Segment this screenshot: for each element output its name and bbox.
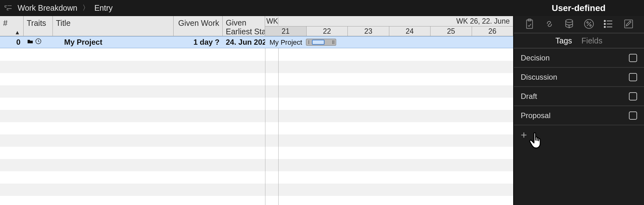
tag-row-proposal[interactable]: Proposal <box>514 106 644 125</box>
tag-checkbox[interactable] <box>629 54 637 62</box>
top-toolbar: Work Breakdown 〉 Entry User-defined <box>0 0 644 16</box>
plus-icon: + <box>521 129 527 141</box>
column-header-title[interactable]: Title <box>53 16 174 36</box>
row-given-work[interactable]: 1 day ? <box>174 38 223 47</box>
week-25-header: WK <box>265 17 278 26</box>
row-traits <box>24 38 53 47</box>
outline-row-project[interactable]: 0 My Project 1 day ? 24. Jun 2020 My Pro… <box>0 36 513 48</box>
list-icon[interactable] <box>603 18 615 31</box>
percent-icon[interactable] <box>583 18 595 31</box>
inspector-title: User-defined <box>513 0 644 16</box>
tag-row-draft[interactable]: Draft <box>514 87 644 106</box>
column-header-number[interactable]: #▲ <box>0 16 24 36</box>
tag-checkbox[interactable] <box>629 92 637 100</box>
gantt-bar-label: My Project <box>269 38 302 47</box>
svg-rect-11 <box>625 20 632 28</box>
day-header[interactable]: 26 <box>472 26 513 36</box>
gantt-timeline-header[interactable]: WK WK 26, 22. June 21 22 23 24 25 26 <box>265 16 513 36</box>
folder-icon <box>27 38 34 47</box>
column-header-given-start[interactable]: Given Earliest Star <box>223 16 265 36</box>
day-header[interactable]: 25 <box>430 26 472 36</box>
column-header-given-work[interactable]: Given Work <box>174 16 223 36</box>
add-tag-button[interactable]: + <box>514 125 644 144</box>
inspector-tabs: Tags Fields <box>514 33 644 48</box>
note-icon[interactable] <box>623 18 635 31</box>
tag-row-discussion[interactable]: Discussion <box>514 68 644 87</box>
tag-checkbox[interactable] <box>629 73 637 81</box>
row-title[interactable]: My Project <box>53 38 174 47</box>
outline-pane: #▲ Traits Title Given Work Given Earlies… <box>0 16 513 205</box>
clock-icon <box>35 38 42 47</box>
chevron-right-icon: 〉 <box>82 3 89 13</box>
svg-point-10 <box>604 26 605 27</box>
day-header[interactable]: 22 <box>307 26 348 36</box>
tag-checkbox[interactable] <box>629 111 637 120</box>
tab-tags[interactable]: Tags <box>555 36 572 45</box>
row-gantt[interactable]: My Project <box>265 37 513 48</box>
tag-label: Draft <box>521 92 629 101</box>
week-26-header: WK 26, 22. June <box>278 17 513 26</box>
row-given-start[interactable]: 24. Jun 2020 <box>223 38 265 47</box>
hierarchy-icon <box>4 3 13 12</box>
svg-point-3 <box>565 19 572 22</box>
clipboard-icon[interactable] <box>524 18 536 31</box>
inspector-toolbar: $ <box>514 16 644 33</box>
breadcrumb-current[interactable]: Entry <box>94 3 113 13</box>
column-headers: #▲ Traits Title Given Work Given Earlies… <box>0 16 513 36</box>
svg-point-9 <box>604 23 605 24</box>
day-header[interactable]: 21 <box>265 26 307 36</box>
row-number: 0 <box>0 38 24 47</box>
tag-label: Proposal <box>521 111 629 120</box>
tag-row-decision[interactable]: Decision <box>514 48 644 68</box>
tag-label: Discussion <box>521 73 629 82</box>
inspector-panel: $ Tags Fields Decision Discussion Draft <box>513 16 644 205</box>
breadcrumb-root[interactable]: Work Breakdown <box>18 3 77 13</box>
day-header[interactable]: 24 <box>389 26 431 36</box>
svg-text:$: $ <box>568 24 570 29</box>
svg-point-7 <box>590 25 591 26</box>
inspector-list: Decision Discussion Draft Proposal + <box>514 48 644 205</box>
cursor-hand-icon <box>528 129 548 149</box>
tag-label: Decision <box>521 54 629 62</box>
column-header-traits[interactable]: Traits <box>24 16 53 36</box>
finance-icon[interactable]: $ <box>563 18 575 31</box>
tab-fields[interactable]: Fields <box>581 36 602 45</box>
outline-rows[interactable]: 0 My Project 1 day ? 24. Jun 2020 My Pro… <box>0 36 513 205</box>
svg-point-6 <box>586 21 588 23</box>
link-icon[interactable] <box>543 18 555 31</box>
day-header[interactable]: 23 <box>348 26 389 36</box>
svg-point-8 <box>604 20 605 21</box>
gantt-bar[interactable] <box>306 39 336 46</box>
